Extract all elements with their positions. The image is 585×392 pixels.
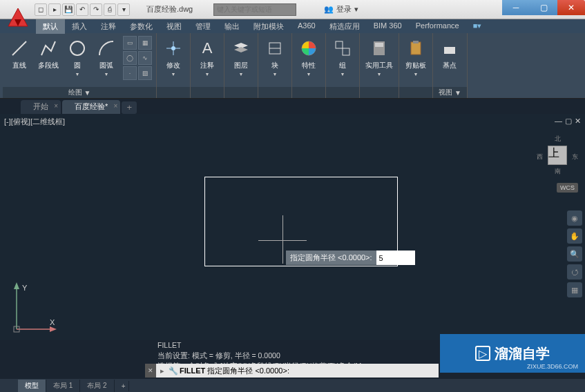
qat-save-button[interactable]: 💾 xyxy=(62,3,75,16)
view-panel-dropdown[interactable]: 视图▼ xyxy=(433,87,467,98)
svg-marker-18 xyxy=(50,326,57,332)
app-logo[interactable] xyxy=(6,6,30,30)
dynamic-prompt-input[interactable] xyxy=(376,251,415,265)
region-button[interactable]: ▨ xyxy=(138,66,152,80)
nav-wheel-button[interactable]: ◉ xyxy=(567,210,582,226)
document-title: 百度经验.dwg xyxy=(146,4,193,14)
play-icon: ▷ xyxy=(475,346,490,361)
tab-bim360[interactable]: BIM 360 xyxy=(367,19,409,34)
ellipse-button[interactable]: ◯ xyxy=(123,51,137,65)
window-maximize-button[interactable]: ▢ xyxy=(530,0,557,15)
spline-button[interactable]: ∿ xyxy=(138,51,152,65)
rect-button[interactable]: ▭ xyxy=(123,36,137,50)
draw-panel-label[interactable]: 绘图▼ xyxy=(3,87,156,98)
annotate-button[interactable]: A注释▼ xyxy=(195,36,220,78)
tab-focus[interactable]: ■▾ xyxy=(466,19,489,34)
tab-insert[interactable]: 插入 xyxy=(65,19,94,34)
layout-2-tab[interactable]: 布局 2 xyxy=(80,380,114,392)
nav-showmotion-button[interactable]: ▦ xyxy=(567,282,582,297)
polyline-button[interactable]: 多段线 xyxy=(36,36,61,72)
layout-1-tab[interactable]: 布局 1 xyxy=(46,380,80,392)
qat-dropdown-button[interactable]: ▾ xyxy=(117,3,130,16)
tab-a360[interactable]: A360 xyxy=(291,19,323,34)
tab-view[interactable]: 视图 xyxy=(160,19,189,34)
viewcube-face[interactable]: 上 xyxy=(548,146,567,165)
svg-text:X: X xyxy=(50,318,55,326)
base-button[interactable]: 基点 xyxy=(437,36,462,72)
qat-undo-button[interactable]: ↶ xyxy=(76,3,88,16)
close-icon[interactable]: × xyxy=(54,102,58,110)
tab-output[interactable]: 输出 xyxy=(218,19,247,34)
utilities-button[interactable]: 实用工具▼ xyxy=(364,36,394,78)
group-button[interactable]: 组▼ xyxy=(330,36,355,78)
viewport-maximize-button[interactable]: ▢ xyxy=(565,117,572,126)
svg-point-4 xyxy=(171,46,175,50)
viewport-label[interactable]: [-][俯视][二维线框] xyxy=(4,117,65,127)
tab-featured[interactable]: 精选应用 xyxy=(323,19,367,34)
chevron-down-icon: ▾ xyxy=(354,5,358,14)
viewport-minimize-button[interactable]: — xyxy=(555,117,562,126)
svg-rect-11 xyxy=(375,43,383,47)
clipboard-button[interactable]: 剪贴板▼ xyxy=(403,36,428,78)
viewport-close-button[interactable]: ✕ xyxy=(575,117,581,126)
command-history-toggle[interactable]: ▸ xyxy=(156,366,169,375)
wcs-badge[interactable]: WCS xyxy=(557,183,578,193)
nav-orbit-button[interactable]: ⭯ xyxy=(567,264,582,280)
line-button[interactable]: 直线 xyxy=(7,36,32,72)
viewcube[interactable]: 北 南 东 西 上 xyxy=(537,135,578,176)
svg-marker-16 xyxy=(14,282,19,289)
modify-button[interactable]: 修改▼ xyxy=(161,36,186,78)
qat-new-button[interactable]: ◻ xyxy=(35,3,47,16)
login-button[interactable]: 👥 登录 ▾ xyxy=(324,4,358,14)
svg-rect-13 xyxy=(413,41,419,43)
tab-addins[interactable]: 附加模块 xyxy=(247,19,291,34)
tab-performance[interactable]: Performance xyxy=(409,19,466,34)
properties-button[interactable]: 特性▼ xyxy=(296,36,321,78)
chevron-down-icon: ▼ xyxy=(454,89,461,97)
svg-rect-14 xyxy=(444,47,455,54)
nav-pan-button[interactable]: ✋ xyxy=(567,228,582,244)
window-minimize-button[interactable]: ─ xyxy=(502,0,530,15)
user-icon: 👥 xyxy=(324,5,334,14)
arc-button[interactable]: 圆弧▼ xyxy=(94,36,119,78)
nav-zoom-button[interactable]: 🔍 xyxy=(567,246,582,262)
add-layout-button[interactable]: + xyxy=(115,381,129,391)
qat-print-button[interactable]: ⎙ xyxy=(104,3,116,16)
tab-default[interactable]: 默认 xyxy=(36,19,65,34)
qat-redo-button[interactable]: ↷ xyxy=(90,3,102,16)
ucs-icon: Y X xyxy=(10,281,58,336)
tab-annotate[interactable]: 注释 xyxy=(94,19,123,34)
window-close-button[interactable]: ✕ xyxy=(557,0,585,15)
svg-rect-8 xyxy=(336,41,343,48)
svg-rect-9 xyxy=(343,48,349,55)
close-icon[interactable]: × xyxy=(113,102,117,110)
layer-button[interactable]: 图层▼ xyxy=(229,36,253,78)
tab-manage[interactable]: 管理 xyxy=(189,19,218,34)
command-line-handle[interactable]: ✕ xyxy=(145,364,156,378)
command-line-input[interactable]: FILLET 指定圆角半径 <0.0000>: xyxy=(178,366,439,376)
dynamic-prompt-label: 指定圆角半径 <0.0000>: xyxy=(286,251,376,265)
crosshair xyxy=(282,215,283,264)
block-button[interactable]: 块▼ xyxy=(262,36,287,78)
start-tab[interactable]: 开始× xyxy=(21,100,61,114)
add-tab-button[interactable]: + xyxy=(122,101,137,114)
svg-line-0 xyxy=(12,41,26,55)
document-tab[interactable]: 百度经验*× xyxy=(62,100,120,114)
login-label: 登录 xyxy=(336,4,352,14)
command-prompt-icon: 🔧 xyxy=(169,366,178,375)
point-button[interactable]: · xyxy=(123,66,137,80)
hatch-button[interactable]: ▦ xyxy=(138,36,152,50)
qat-open-button[interactable]: ▸ xyxy=(48,3,61,16)
circle-button[interactable]: 圆▼ xyxy=(65,36,90,78)
svg-rect-12 xyxy=(411,42,421,55)
svg-text:Y: Y xyxy=(22,284,28,292)
watermark: ▷ 溜溜自学 ZIXUE.3D66.COM xyxy=(440,334,585,373)
chevron-down-icon: ▼ xyxy=(84,89,91,97)
tab-parametric[interactable]: 参数化 xyxy=(123,19,160,34)
svg-point-1 xyxy=(70,41,84,55)
infocenter-search[interactable] xyxy=(213,3,296,16)
layout-model-tab[interactable]: 模型 xyxy=(18,380,46,392)
